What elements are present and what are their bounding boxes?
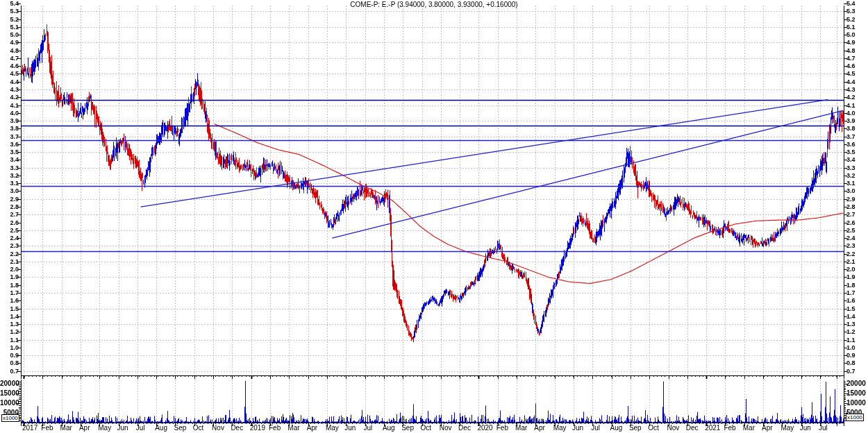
volume-axis-tick-label-left: 15000 [0, 390, 19, 397]
x-axis-month-label: Nov [212, 424, 224, 432]
x-axis-month-label: Feb [496, 424, 508, 432]
price-axis-tick-label-left: 3.0 [0, 187, 19, 194]
x-axis-month-label: Jun [344, 424, 356, 432]
x-axis-month-label: Apr [79, 424, 90, 432]
x-axis-month-label: Mar [743, 424, 755, 432]
price-axis-tick-label-right: 5.1 [846, 24, 856, 31]
price-axis-tick-label-left: 2.8 [0, 203, 19, 210]
price-axis-tick-label-right: 5.3 [846, 8, 856, 15]
price-axis-tick-label-left: 5.0 [0, 31, 19, 38]
x-axis-month-label: Feb [269, 424, 281, 432]
price-axis-tick-label-right: 1.1 [846, 337, 856, 343]
price-axis-tick-label-left: 0.9 [0, 352, 19, 359]
price-axis-tick-label-left: 2.2 [0, 251, 19, 257]
price-axis-tick-label-right: 5.2 [846, 16, 856, 23]
x-axis-month-label: Jun [572, 424, 583, 432]
x-axis-month-label: Dec [231, 424, 243, 432]
price-axis-tick-label-right: 4.3 [846, 86, 856, 93]
price-axis-tick-label-right: 3.7 [846, 133, 856, 140]
chart-canvas[interactable] [0, 0, 868, 433]
price-axis-tick-label-right: 4.4 [846, 78, 856, 85]
price-axis-tick-label-right: 5.0 [846, 31, 856, 38]
x-axis-month-label: Aug [610, 424, 623, 432]
price-axis-tick-label-left: 5.2 [0, 16, 19, 23]
volume-unit-badge-right: x1000 [846, 414, 864, 421]
price-axis-tick-label-right: 2.9 [846, 196, 856, 203]
price-axis-tick-label-right: 2.5 [846, 227, 856, 234]
x-axis-month-label: May [98, 424, 111, 432]
price-axis-tick-label-right: 3.9 [846, 117, 856, 124]
price-axis-tick-label-right: 2.2 [846, 251, 856, 257]
price-axis-tick-label-left: 4.2 [0, 94, 19, 101]
x-axis-month-label: Sep [174, 424, 186, 432]
price-axis-tick-label-left: 4.4 [0, 78, 19, 85]
price-axis-tick-label-left: 0.7 [0, 368, 19, 375]
price-axis-tick-label-right: 1.6 [846, 297, 856, 304]
price-axis-tick-label-right: 4.1 [846, 102, 856, 109]
price-axis-tick-label-right: 3.5 [846, 148, 856, 155]
x-axis-month-label: Jul [591, 424, 600, 432]
price-axis-tick-label-right: 0.9 [846, 352, 856, 359]
x-axis-month-label: Sep [629, 424, 642, 432]
volume-axis-tick-label-right: 20000 [846, 380, 866, 387]
price-axis-tick-label-left: 1.9 [0, 273, 19, 280]
price-axis-tick-label-right: 3.8 [846, 125, 856, 132]
x-axis-month-label: Mar [515, 424, 527, 432]
price-axis-tick-label-left: 1.7 [0, 289, 19, 296]
price-axis-tick-label-right: 2.0 [846, 266, 856, 273]
price-axis-tick-label-right: 2.7 [846, 211, 856, 218]
price-axis-tick-label-right: 1.4 [846, 313, 856, 320]
price-axis-tick-label-right: 0.7 [846, 368, 856, 375]
x-axis-month-label: Mar [287, 424, 299, 432]
price-axis-tick-label-left: 3.4 [0, 156, 19, 163]
price-axis-tick-label-right: 1.0 [846, 344, 856, 351]
price-axis-tick-label-left: 3.5 [0, 148, 19, 155]
x-axis-month-label: Sep [401, 424, 414, 432]
price-axis-tick-label-right: 1.5 [846, 305, 856, 312]
price-axis-tick-label-right: 2.3 [846, 242, 856, 249]
x-axis-month-label: Mar [60, 424, 72, 432]
price-axis-tick-label-left: 1.4 [0, 313, 19, 320]
price-axis-tick-label-left: 2.0 [0, 266, 19, 273]
x-axis-month-label: May [553, 424, 567, 432]
price-axis-tick-label-right: 2.8 [846, 203, 856, 210]
stock-chart-window: COME-P: E.-P (3.94000, 3.80000, 3.93000,… [0, 0, 868, 433]
price-axis-tick-label-left: 4.0 [0, 110, 19, 117]
price-axis-tick-label-right: 4.0 [846, 110, 856, 117]
price-axis-tick-label-right: 4.9 [846, 39, 856, 46]
price-axis-tick-label-left: 2.9 [0, 196, 19, 203]
x-axis-month-label: Oct [421, 424, 432, 432]
price-axis-tick-label-right: 4.6 [846, 62, 856, 69]
x-axis-month-label: Jul [364, 424, 373, 432]
price-axis-tick-label-left: 4.5 [0, 70, 19, 77]
price-axis-tick-label-left: 3.6 [0, 141, 19, 148]
x-axis-month-label: 2020 [477, 424, 492, 432]
volume-axis-tick-label-left: 10000 [0, 400, 19, 407]
x-axis-month-label: May [781, 424, 794, 432]
price-axis-tick-label-left: 3.1 [0, 180, 19, 187]
x-axis-month-label: Feb [41, 424, 53, 432]
price-axis-tick-label-right: 3.3 [846, 164, 856, 171]
price-axis-tick-label-left: 4.9 [0, 39, 19, 46]
x-axis-month-label: Jul [136, 424, 145, 432]
price-axis-tick-label-left: 1.6 [0, 297, 19, 304]
price-axis-tick-label-left: 4.3 [0, 86, 19, 93]
price-axis-tick-label-left: 3.8 [0, 125, 19, 132]
x-axis-month-label: 2021 [705, 424, 720, 432]
x-axis-month-label: Oct [193, 424, 204, 432]
price-axis-tick-label-left: 0.8 [0, 359, 19, 366]
price-axis-tick-label-right: 3.2 [846, 172, 856, 179]
volume-axis-tick-label-left: 20000 [0, 380, 19, 387]
price-axis-tick-label-right: 3.4 [846, 156, 856, 163]
price-axis-tick-label-left: 3.2 [0, 172, 19, 179]
x-axis-month-label: Apr [762, 424, 773, 432]
x-axis-month-label: Aug [155, 424, 167, 432]
price-axis-tick-label-left: 2.7 [0, 211, 19, 218]
price-axis-tick-label-right: 3.6 [846, 141, 856, 148]
volume-axis-tick-label-right: 10000 [846, 400, 866, 407]
x-axis-month-label: Apr [534, 424, 545, 432]
x-axis-month-label: Nov [440, 424, 452, 432]
price-axis-tick-label-right: 1.7 [846, 289, 856, 296]
price-axis-tick-label-left: 2.6 [0, 219, 19, 226]
x-axis-month-label: Jun [117, 424, 128, 432]
